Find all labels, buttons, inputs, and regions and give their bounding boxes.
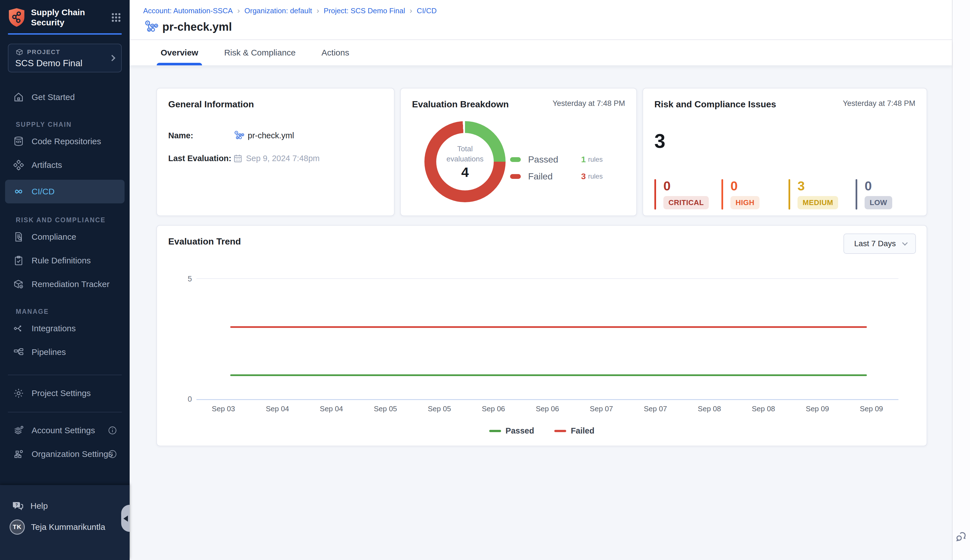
severity-badge: LOW — [865, 196, 892, 209]
risk-compliance-issues-card: Risk and Compliance Issues Yesterday at … — [643, 88, 927, 216]
cube-icon — [15, 48, 24, 56]
account-layers-icon — [13, 425, 24, 436]
supply-chain-security-logo-icon — [8, 8, 25, 27]
app-grid-icon[interactable] — [110, 12, 122, 23]
x-tick-label: Sep 05 — [359, 405, 412, 413]
pipeline-dag-icon — [233, 130, 244, 141]
rule-definitions-clipboard-icon — [13, 255, 24, 266]
svg-text:?: ? — [15, 503, 18, 507]
help-chat-icon: ? — [11, 500, 24, 512]
breadcrumb-separator: › — [410, 6, 412, 15]
overview-content: General Information Name: — [130, 65, 952, 446]
severity-low: 0 LOW — [856, 179, 923, 210]
chat-widget-icon[interactable] — [955, 531, 967, 543]
right-gutter — [952, 0, 970, 560]
remediation-tracker-icon — [13, 278, 24, 290]
sidebar-item-pipelines[interactable]: Pipelines — [0, 342, 130, 363]
chevron-left-icon — [124, 515, 128, 522]
chevron-right-icon — [109, 55, 115, 62]
x-tick-label: Sep 04 — [304, 405, 359, 413]
card-title: General Information — [168, 99, 383, 110]
x-tick-label: Sep 05 — [412, 405, 466, 413]
sidebar-item-account-settings[interactable]: Account Settings — [0, 420, 130, 441]
sidebar-divider — [8, 412, 122, 412]
compliance-document-icon — [13, 231, 24, 243]
tab-actions[interactable]: Actions — [317, 40, 353, 65]
severity-breakdown: 0 CRITICAL 0 HIGH — [654, 179, 923, 210]
x-tick-label: Sep 06 — [521, 405, 574, 413]
severity-badge: HIGH — [730, 196, 760, 209]
section-header-supply-chain: SUPPLY CHAIN — [0, 121, 130, 128]
info-icon[interactable] — [108, 449, 117, 459]
severity-critical: 0 CRITICAL — [654, 179, 721, 210]
date-range-select[interactable]: Last 7 Days — [843, 233, 916, 254]
main-area: Account: Automation-SSCA › Organization:… — [130, 0, 952, 560]
failed-swatch — [510, 174, 521, 179]
sidebar-item-project-settings[interactable]: Project Settings — [0, 383, 130, 404]
donut-total-value: 4 — [461, 165, 469, 180]
evaluation-trend-card: Evaluation Trend Last 7 Days 05 Sep 03Se… — [156, 225, 927, 446]
page-title: pr-check.yml — [162, 20, 232, 33]
sidebar-item-integrations[interactable]: Integrations — [0, 318, 130, 339]
x-tick-label: Sep 09 — [844, 405, 898, 413]
artifacts-icon — [13, 160, 24, 171]
x-tick-label: Sep 08 — [736, 405, 790, 413]
severity-badge: CRITICAL — [663, 196, 709, 209]
card-timestamp: Yesterday at 7:48 PM — [843, 99, 915, 108]
total-issues-count: 3 — [654, 130, 915, 152]
sidebar-item-code-repositories[interactable]: Code Repositories — [0, 131, 130, 152]
sidebar-item-artifacts[interactable]: Artifacts — [0, 154, 130, 176]
x-tick-label: Sep 07 — [628, 405, 683, 413]
x-tick-label: Sep 04 — [250, 405, 305, 413]
breadcrumb-cicd[interactable]: CI/CD — [417, 7, 437, 15]
x-tick-label: Sep 08 — [682, 405, 736, 413]
home-icon — [13, 92, 24, 103]
app-brand: Supply ChainSecurity — [31, 7, 110, 28]
help-button[interactable]: ? Help — [0, 495, 130, 517]
breadcrumb-organization[interactable]: Organization: default — [244, 7, 312, 15]
pipeline-dag-icon — [143, 19, 159, 34]
legend-item-passed: Passed 1 rules — [510, 151, 628, 168]
sidebar-item-cicd[interactable]: CI/CD — [5, 180, 125, 203]
project-selector[interactable]: PROJECT SCS Demo Final — [8, 44, 122, 72]
evaluations-donut-chart: Total evaluations 4 — [424, 121, 506, 202]
trend-plot: 05 — [196, 278, 898, 400]
pipelines-icon — [13, 347, 24, 358]
section-header-manage: MANAGE — [0, 308, 130, 315]
avatar: TK — [10, 520, 25, 535]
x-tick-label: Sep 07 — [574, 405, 628, 413]
sidebar: Supply ChainSecurity PROJECT SCS Demo Fi… — [0, 0, 130, 560]
last-evaluation-label: Last Evaluation: — [168, 154, 233, 163]
user-menu[interactable]: TK Teja Kummarikuntla — [0, 520, 130, 535]
section-header-risk-and-compliance: RISK AND COMPLIANCE — [0, 216, 130, 224]
tab-overview[interactable]: Overview — [157, 40, 202, 65]
severity-medium: 3 MEDIUM — [788, 179, 856, 210]
sidebar-collapse-handle[interactable] — [121, 505, 130, 532]
trend-line-passed — [230, 374, 867, 376]
trend-line-failed — [230, 326, 867, 328]
evaluation-breakdown-card: Evaluation Breakdown Yesterday at 7:48 P… — [400, 88, 637, 216]
sidebar-item-compliance[interactable]: Compliance — [0, 226, 130, 248]
x-tick-label: Sep 09 — [790, 405, 845, 413]
breadcrumb-project[interactable]: Project: SCS Demo Final — [324, 7, 405, 15]
breadcrumb-account[interactable]: Account: Automation-SSCA — [143, 7, 233, 15]
info-icon[interactable] — [108, 426, 117, 435]
legend-item-failed: Failed 3 rules — [510, 168, 628, 185]
project-label: PROJECT — [27, 48, 60, 56]
sidebar-item-rule-definitions[interactable]: Rule Definitions — [0, 250, 130, 271]
breakdown-legend: Passed 1 rules Failed 3 rules — [510, 151, 628, 185]
card-title: Evaluation Trend — [168, 236, 915, 247]
app-root: Supply ChainSecurity PROJECT SCS Demo Fi… — [0, 0, 970, 560]
sidebar-item-remediation-tracker[interactable]: Remediation Tracker — [0, 273, 130, 295]
sidebar-item-organization-settings[interactable]: Organization Settings — [0, 443, 130, 465]
page-header: Account: Automation-SSCA › Organization:… — [130, 0, 952, 40]
organization-icon — [13, 448, 24, 460]
general-information-card: General Information Name: — [156, 88, 394, 216]
breadcrumb-separator: › — [317, 6, 319, 15]
integrations-icon — [13, 323, 24, 334]
tab-risk-compliance[interactable]: Risk & Compliance — [220, 40, 299, 65]
sidebar-item-get-started[interactable]: Get Started — [0, 87, 130, 108]
x-tick-label: Sep 06 — [466, 405, 521, 413]
sidebar-divider — [8, 375, 122, 375]
cicd-infinity-icon — [13, 186, 24, 197]
